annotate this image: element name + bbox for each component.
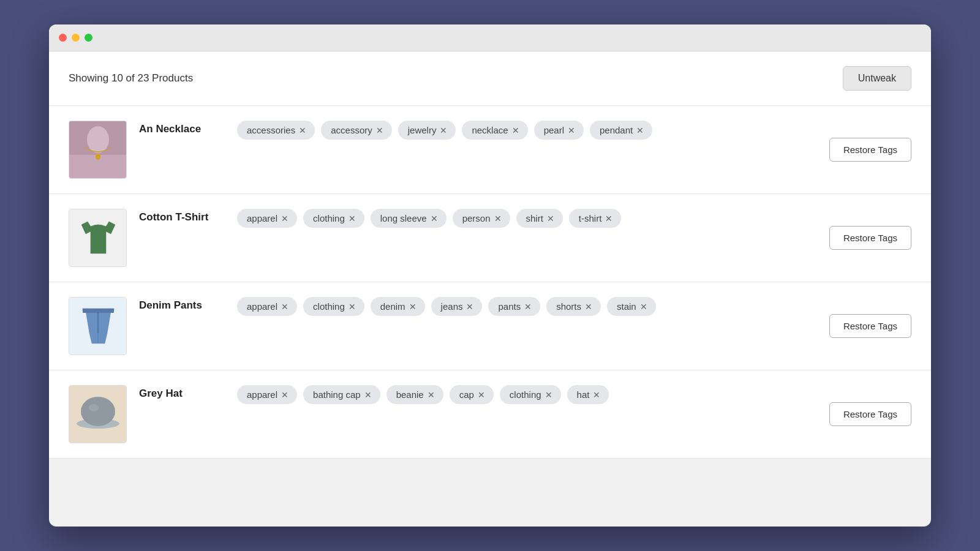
tag-pearl: pearl✕ [534,121,584,140]
product-image-necklace [69,121,127,179]
tag-label: denim [380,301,405,312]
tag-remove-shorts[interactable]: ✕ [585,302,592,311]
tag-remove-hat[interactable]: ✕ [593,391,600,399]
svg-point-11 [89,404,99,411]
tag-remove-long-sleeve[interactable]: ✕ [431,214,438,223]
tag-label: bathing cap [313,389,361,400]
tag-remove-pearl[interactable]: ✕ [568,126,575,135]
tag-remove-accessories[interactable]: ✕ [299,126,306,135]
tag-label: apparel [247,213,277,223]
tag-remove-necklace[interactable]: ✕ [512,126,519,135]
tag-remove-bathing-cap[interactable]: ✕ [364,391,372,399]
product-image-hat [69,385,127,443]
svg-point-3 [96,154,100,160]
tag-label: clothing [510,389,541,400]
tag-jewelry: jewelry✕ [398,121,456,140]
close-button[interactable] [59,34,67,42]
tag-t-shirt: t-shirt✕ [569,209,622,228]
tag-label: shorts [556,301,581,312]
maximize-button[interactable] [85,34,92,42]
product-row-jeans: Denim Pantsapparel✕clothing✕denim✕jeans✕… [49,282,931,370]
main-content: Showing 10 of 23 Products Untweak An Nec… [49,51,931,459]
tag-label: pearl [544,125,564,135]
tags-area-necklace: accessories✕accessory✕jewelry✕necklace✕p… [237,121,817,140]
tag-remove-person[interactable]: ✕ [494,214,502,223]
product-row-necklace: An Necklaceaccessories✕accessory✕jewelry… [49,106,931,194]
tag-remove-beanie[interactable]: ✕ [428,391,435,399]
tags-area-hat: apparel✕bathing cap✕beanie✕cap✕clothing✕… [237,385,817,404]
product-image-jeans [69,297,127,355]
titlebar [49,24,931,51]
tag-remove-jewelry[interactable]: ✕ [440,126,447,135]
tag-jeans: jeans✕ [431,297,483,316]
tag-remove-t-shirt[interactable]: ✕ [605,214,612,223]
tag-remove-stain[interactable]: ✕ [640,302,647,311]
product-image-tshirt [69,209,127,267]
tag-label: hat [577,389,590,400]
tag-beanie: beanie✕ [386,385,443,404]
restore-tags-button-necklace[interactable]: Restore Tags [829,138,911,162]
tag-apparel: apparel✕ [237,209,297,228]
restore-tags-button-tshirt[interactable]: Restore Tags [829,226,911,250]
tag-bathing-cap: bathing cap✕ [303,385,380,404]
product-row-hat: Grey Hatapparel✕bathing cap✕beanie✕cap✕c… [49,370,931,459]
tag-clothing: clothing✕ [303,209,364,228]
tag-remove-pants[interactable]: ✕ [524,302,532,311]
tag-label: pendant [600,125,633,135]
tag-label: accessories [247,125,295,135]
tag-remove-pendant[interactable]: ✕ [636,126,644,135]
tag-label: long sleeve [380,213,427,223]
tag-remove-jeans[interactable]: ✕ [466,302,473,311]
tag-label: apparel [247,389,277,400]
products-list: An Necklaceaccessories✕accessory✕jewelry… [49,106,931,459]
tag-shorts: shorts✕ [546,297,601,316]
header-bar: Showing 10 of 23 Products Untweak [49,51,931,106]
showing-count: Showing 10 of 23 Products [69,72,193,84]
tag-label: beanie [396,389,424,400]
tag-necklace: necklace✕ [462,121,527,140]
tag-label: cap [459,389,474,400]
tag-hat: hat✕ [567,385,609,404]
tag-remove-cap[interactable]: ✕ [478,391,485,399]
tag-remove-shirt[interactable]: ✕ [547,214,554,223]
tag-label: clothing [313,213,345,223]
restore-tags-button-jeans[interactable]: Restore Tags [829,314,911,338]
svg-point-2 [87,126,109,153]
tag-apparel: apparel✕ [237,385,297,404]
tag-remove-clothing[interactable]: ✕ [349,214,356,223]
tag-remove-clothing[interactable]: ✕ [349,302,356,311]
tag-label: jeans [441,301,463,312]
untweak-button[interactable]: Untweak [843,66,911,91]
tag-remove-accessory[interactable]: ✕ [376,126,383,135]
minimize-button[interactable] [72,34,80,42]
tag-pants: pants✕ [488,297,540,316]
product-name-hat: Grey Hat [139,385,225,400]
tag-long-sleeve: long sleeve✕ [371,209,447,228]
tag-label: person [462,213,491,223]
tag-remove-denim[interactable]: ✕ [409,302,417,311]
traffic-lights [59,34,92,42]
product-name-jeans: Denim Pants [139,297,225,312]
restore-tags-button-hat[interactable]: Restore Tags [829,402,911,426]
tag-apparel: apparel✕ [237,297,297,316]
tag-denim: denim✕ [371,297,425,316]
tag-label: apparel [247,301,277,312]
product-name-necklace: An Necklace [139,121,225,135]
tag-cap: cap✕ [450,385,494,404]
tag-remove-apparel[interactable]: ✕ [281,214,288,223]
tags-area-tshirt: apparel✕clothing✕long sleeve✕person✕shir… [237,209,817,228]
tag-remove-apparel[interactable]: ✕ [281,302,288,311]
tag-label: stain [617,301,636,312]
tag-label: necklace [472,125,508,135]
tag-accessory: accessory✕ [321,121,392,140]
tag-person: person✕ [453,209,510,228]
svg-point-10 [81,397,115,426]
tag-remove-apparel[interactable]: ✕ [281,391,288,399]
tag-label: jewelry [408,125,437,135]
tags-area-jeans: apparel✕clothing✕denim✕jeans✕pants✕short… [237,297,817,316]
product-row-tshirt: Cotton T-Shirtapparel✕clothing✕long slee… [49,194,931,282]
tag-remove-clothing[interactable]: ✕ [545,391,552,399]
tag-label: accessory [331,125,372,135]
tag-clothing: clothing✕ [303,297,364,316]
tag-pendant: pendant✕ [590,121,652,140]
